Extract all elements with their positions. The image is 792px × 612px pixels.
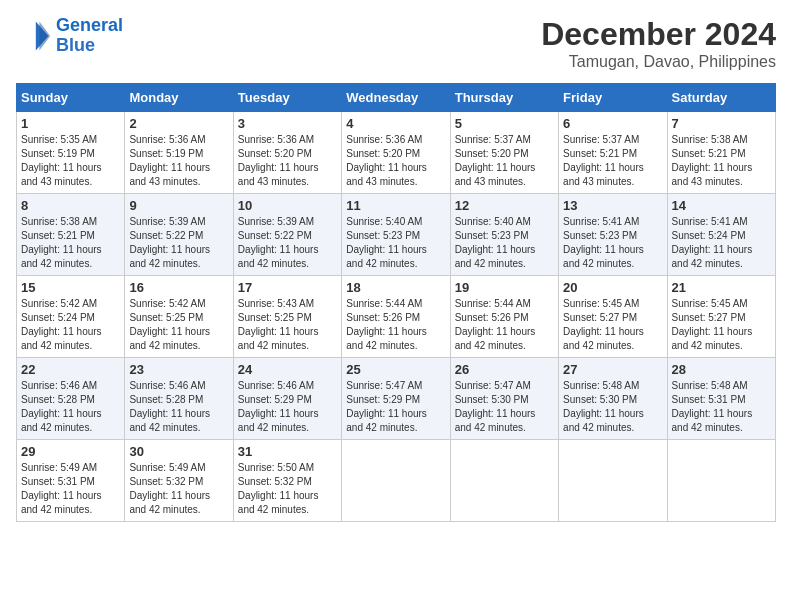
day-info: Sunrise: 5:39 AM Sunset: 5:22 PM Dayligh… bbox=[238, 215, 337, 271]
logo-line1: General bbox=[56, 15, 123, 35]
day-number: 31 bbox=[238, 444, 337, 459]
day-number: 16 bbox=[129, 280, 228, 295]
day-number: 9 bbox=[129, 198, 228, 213]
calendar-cell: 11Sunrise: 5:40 AM Sunset: 5:23 PM Dayli… bbox=[342, 194, 450, 276]
day-number: 22 bbox=[21, 362, 120, 377]
calendar-cell: 17Sunrise: 5:43 AM Sunset: 5:25 PM Dayli… bbox=[233, 276, 341, 358]
calendar-cell: 5Sunrise: 5:37 AM Sunset: 5:20 PM Daylig… bbox=[450, 112, 558, 194]
day-info: Sunrise: 5:36 AM Sunset: 5:19 PM Dayligh… bbox=[129, 133, 228, 189]
day-number: 14 bbox=[672, 198, 771, 213]
calendar-cell: 23Sunrise: 5:46 AM Sunset: 5:28 PM Dayli… bbox=[125, 358, 233, 440]
logo-text: General Blue bbox=[56, 16, 123, 56]
day-info: Sunrise: 5:42 AM Sunset: 5:24 PM Dayligh… bbox=[21, 297, 120, 353]
day-number: 10 bbox=[238, 198, 337, 213]
day-info: Sunrise: 5:40 AM Sunset: 5:23 PM Dayligh… bbox=[455, 215, 554, 271]
calendar-cell: 15Sunrise: 5:42 AM Sunset: 5:24 PM Dayli… bbox=[17, 276, 125, 358]
calendar-cell: 24Sunrise: 5:46 AM Sunset: 5:29 PM Dayli… bbox=[233, 358, 341, 440]
column-header-friday: Friday bbox=[559, 84, 667, 112]
week-row-2: 8Sunrise: 5:38 AM Sunset: 5:21 PM Daylig… bbox=[17, 194, 776, 276]
calendar-cell: 2Sunrise: 5:36 AM Sunset: 5:19 PM Daylig… bbox=[125, 112, 233, 194]
calendar-cell: 3Sunrise: 5:36 AM Sunset: 5:20 PM Daylig… bbox=[233, 112, 341, 194]
title-area: December 2024 Tamugan, Davao, Philippine… bbox=[541, 16, 776, 71]
calendar-cell: 7Sunrise: 5:38 AM Sunset: 5:21 PM Daylig… bbox=[667, 112, 775, 194]
day-info: Sunrise: 5:44 AM Sunset: 5:26 PM Dayligh… bbox=[455, 297, 554, 353]
svg-marker-1 bbox=[39, 21, 50, 50]
column-header-sunday: Sunday bbox=[17, 84, 125, 112]
day-number: 3 bbox=[238, 116, 337, 131]
day-number: 25 bbox=[346, 362, 445, 377]
calendar-cell: 12Sunrise: 5:40 AM Sunset: 5:23 PM Dayli… bbox=[450, 194, 558, 276]
day-info: Sunrise: 5:45 AM Sunset: 5:27 PM Dayligh… bbox=[672, 297, 771, 353]
logo-icon bbox=[16, 18, 52, 54]
day-info: Sunrise: 5:41 AM Sunset: 5:24 PM Dayligh… bbox=[672, 215, 771, 271]
day-info: Sunrise: 5:38 AM Sunset: 5:21 PM Dayligh… bbox=[21, 215, 120, 271]
week-row-4: 22Sunrise: 5:46 AM Sunset: 5:28 PM Dayli… bbox=[17, 358, 776, 440]
calendar-cell: 19Sunrise: 5:44 AM Sunset: 5:26 PM Dayli… bbox=[450, 276, 558, 358]
calendar-cell: 21Sunrise: 5:45 AM Sunset: 5:27 PM Dayli… bbox=[667, 276, 775, 358]
calendar-cell: 13Sunrise: 5:41 AM Sunset: 5:23 PM Dayli… bbox=[559, 194, 667, 276]
day-info: Sunrise: 5:45 AM Sunset: 5:27 PM Dayligh… bbox=[563, 297, 662, 353]
week-row-5: 29Sunrise: 5:49 AM Sunset: 5:31 PM Dayli… bbox=[17, 440, 776, 522]
day-info: Sunrise: 5:47 AM Sunset: 5:29 PM Dayligh… bbox=[346, 379, 445, 435]
column-header-saturday: Saturday bbox=[667, 84, 775, 112]
column-header-wednesday: Wednesday bbox=[342, 84, 450, 112]
column-header-thursday: Thursday bbox=[450, 84, 558, 112]
calendar-cell: 4Sunrise: 5:36 AM Sunset: 5:20 PM Daylig… bbox=[342, 112, 450, 194]
day-number: 15 bbox=[21, 280, 120, 295]
day-number: 7 bbox=[672, 116, 771, 131]
day-info: Sunrise: 5:47 AM Sunset: 5:30 PM Dayligh… bbox=[455, 379, 554, 435]
day-number: 17 bbox=[238, 280, 337, 295]
day-number: 18 bbox=[346, 280, 445, 295]
calendar-cell bbox=[559, 440, 667, 522]
day-number: 19 bbox=[455, 280, 554, 295]
calendar-header-row: SundayMondayTuesdayWednesdayThursdayFrid… bbox=[17, 84, 776, 112]
day-number: 21 bbox=[672, 280, 771, 295]
day-number: 4 bbox=[346, 116, 445, 131]
calendar-cell: 1Sunrise: 5:35 AM Sunset: 5:19 PM Daylig… bbox=[17, 112, 125, 194]
day-number: 23 bbox=[129, 362, 228, 377]
day-number: 11 bbox=[346, 198, 445, 213]
day-info: Sunrise: 5:40 AM Sunset: 5:23 PM Dayligh… bbox=[346, 215, 445, 271]
calendar-cell: 8Sunrise: 5:38 AM Sunset: 5:21 PM Daylig… bbox=[17, 194, 125, 276]
calendar-cell: 28Sunrise: 5:48 AM Sunset: 5:31 PM Dayli… bbox=[667, 358, 775, 440]
week-row-1: 1Sunrise: 5:35 AM Sunset: 5:19 PM Daylig… bbox=[17, 112, 776, 194]
day-number: 8 bbox=[21, 198, 120, 213]
day-number: 20 bbox=[563, 280, 662, 295]
day-number: 5 bbox=[455, 116, 554, 131]
day-number: 1 bbox=[21, 116, 120, 131]
day-info: Sunrise: 5:46 AM Sunset: 5:29 PM Dayligh… bbox=[238, 379, 337, 435]
calendar-cell: 25Sunrise: 5:47 AM Sunset: 5:29 PM Dayli… bbox=[342, 358, 450, 440]
column-header-monday: Monday bbox=[125, 84, 233, 112]
day-number: 29 bbox=[21, 444, 120, 459]
calendar-table: SundayMondayTuesdayWednesdayThursdayFrid… bbox=[16, 83, 776, 522]
calendar-cell: 10Sunrise: 5:39 AM Sunset: 5:22 PM Dayli… bbox=[233, 194, 341, 276]
calendar-cell: 22Sunrise: 5:46 AM Sunset: 5:28 PM Dayli… bbox=[17, 358, 125, 440]
calendar-cell bbox=[667, 440, 775, 522]
day-number: 30 bbox=[129, 444, 228, 459]
column-header-tuesday: Tuesday bbox=[233, 84, 341, 112]
day-info: Sunrise: 5:46 AM Sunset: 5:28 PM Dayligh… bbox=[129, 379, 228, 435]
day-info: Sunrise: 5:46 AM Sunset: 5:28 PM Dayligh… bbox=[21, 379, 120, 435]
day-number: 12 bbox=[455, 198, 554, 213]
day-info: Sunrise: 5:50 AM Sunset: 5:32 PM Dayligh… bbox=[238, 461, 337, 517]
day-info: Sunrise: 5:36 AM Sunset: 5:20 PM Dayligh… bbox=[238, 133, 337, 189]
calendar-cell: 27Sunrise: 5:48 AM Sunset: 5:30 PM Dayli… bbox=[559, 358, 667, 440]
main-title: December 2024 bbox=[541, 16, 776, 53]
day-info: Sunrise: 5:43 AM Sunset: 5:25 PM Dayligh… bbox=[238, 297, 337, 353]
day-info: Sunrise: 5:49 AM Sunset: 5:31 PM Dayligh… bbox=[21, 461, 120, 517]
day-info: Sunrise: 5:39 AM Sunset: 5:22 PM Dayligh… bbox=[129, 215, 228, 271]
day-number: 6 bbox=[563, 116, 662, 131]
calendar-cell bbox=[342, 440, 450, 522]
week-row-3: 15Sunrise: 5:42 AM Sunset: 5:24 PM Dayli… bbox=[17, 276, 776, 358]
logo-line2: Blue bbox=[56, 35, 95, 55]
day-info: Sunrise: 5:44 AM Sunset: 5:26 PM Dayligh… bbox=[346, 297, 445, 353]
day-info: Sunrise: 5:41 AM Sunset: 5:23 PM Dayligh… bbox=[563, 215, 662, 271]
calendar-cell: 31Sunrise: 5:50 AM Sunset: 5:32 PM Dayli… bbox=[233, 440, 341, 522]
day-number: 28 bbox=[672, 362, 771, 377]
calendar-cell: 14Sunrise: 5:41 AM Sunset: 5:24 PM Dayli… bbox=[667, 194, 775, 276]
day-number: 2 bbox=[129, 116, 228, 131]
day-info: Sunrise: 5:37 AM Sunset: 5:20 PM Dayligh… bbox=[455, 133, 554, 189]
calendar-cell: 16Sunrise: 5:42 AM Sunset: 5:25 PM Dayli… bbox=[125, 276, 233, 358]
day-info: Sunrise: 5:42 AM Sunset: 5:25 PM Dayligh… bbox=[129, 297, 228, 353]
day-info: Sunrise: 5:48 AM Sunset: 5:30 PM Dayligh… bbox=[563, 379, 662, 435]
